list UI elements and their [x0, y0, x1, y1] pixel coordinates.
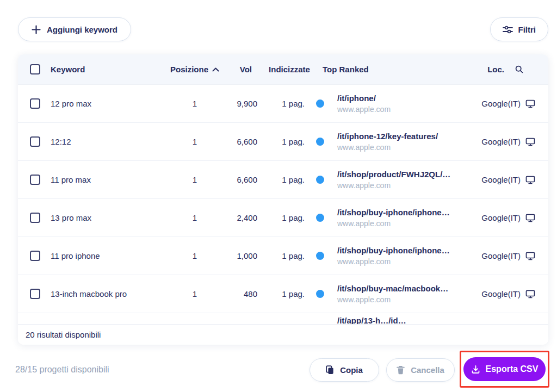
table-row: 13 pro max 1 2,400 1 pag. /it/shop/buy-i… [18, 198, 548, 237]
select-all-checkbox[interactable] [30, 64, 40, 74]
filters-label: Filtri [518, 25, 536, 34]
monitor-icon [525, 214, 535, 222]
projects-note: 28/15 progetti disponibili [15, 365, 109, 375]
loc-cell: Google(IT) [481, 137, 521, 146]
status-dot [316, 99, 324, 108]
row-checkbox[interactable] [30, 213, 40, 223]
header-position[interactable]: Posizione [170, 65, 219, 74]
keyword-cell: 13-inch macbook pro [51, 289, 170, 298]
status-dot [316, 290, 324, 298]
top-ranked-url[interactable]: /it/shop/buy-mac/macbook… [337, 284, 476, 294]
row-checkbox[interactable] [30, 98, 40, 109]
download-icon [471, 365, 480, 374]
monitor-icon [525, 252, 535, 260]
position-cell: 1 [170, 289, 219, 298]
table-row: 13-inch macbook pro 1 480 1 pag. /it/sho… [18, 275, 548, 313]
top-ranked-domain: www.apple.com [337, 295, 476, 304]
loc-cell: Google(IT) [481, 99, 521, 108]
delete-button[interactable]: Cancella [386, 358, 455, 382]
indexed-cell: 1 pag. [257, 137, 309, 146]
indexed-cell: 1 pag. [257, 289, 309, 298]
highlight-annotation-box: Esporta CSV [460, 351, 549, 388]
keyword-cell: 12 pro max [51, 99, 170, 108]
delete-label: Cancella [411, 365, 444, 375]
add-keyword-label: Aggiungi keyword [47, 25, 117, 34]
plus-icon [32, 25, 41, 34]
table-row: 11 pro max 1 6,600 1 pag. /it/shop/produ… [18, 160, 548, 198]
keyword-cell: 11 pro max [51, 175, 170, 184]
monitor-icon [525, 290, 535, 298]
row-checkbox[interactable] [30, 175, 40, 185]
top-ranked-url[interactable]: /it/shop/buy-iphone/iphone… [337, 208, 476, 217]
status-dot [316, 138, 324, 146]
table-row-partial: /it/app/13-h…/id… [18, 313, 548, 324]
vol-cell: 9,900 [219, 99, 257, 108]
row-checkbox[interactable] [30, 251, 40, 261]
top-ranked-url[interactable]: /it/shop/buy-iphone/iphone… [337, 246, 476, 256]
top-ranked-domain: www.apple.com [337, 257, 476, 266]
loc-cell: Google(IT) [481, 251, 521, 260]
header-loc: Loc. [487, 65, 504, 74]
monitor-icon [525, 99, 535, 108]
status-dot [316, 214, 324, 222]
indexed-cell: 1 pag. [257, 213, 309, 222]
search-icon[interactable] [515, 65, 523, 73]
position-cell: 1 [170, 213, 219, 222]
keyword-cell: 11 pro iphone [51, 251, 170, 260]
export-csv-button[interactable]: Esporta CSV [463, 357, 546, 381]
top-ranked-url: /it/app/13-h…/id… [337, 316, 476, 324]
vol-cell: 2,400 [219, 213, 257, 222]
vol-cell: 480 [219, 289, 257, 298]
results-note: 20 risultati disponibili [26, 330, 101, 339]
table-row: 12:12 1 6,600 1 pag. /it/iphone-12/key-f… [18, 122, 548, 160]
vol-cell: 6,600 [219, 175, 257, 184]
row-checkbox[interactable] [30, 289, 40, 299]
loc-cell: Google(IT) [481, 213, 521, 222]
indexed-cell: 1 pag. [257, 175, 309, 184]
header-top-ranked: Top Ranked [321, 65, 476, 74]
top-ranked-domain: www.apple.com [337, 181, 476, 190]
status-dot [316, 176, 324, 184]
top-ranked-domain: www.apple.com [337, 105, 476, 114]
keyword-cell: 13 pro max [51, 213, 170, 222]
sliders-icon [503, 26, 513, 34]
indexed-cell: 1 pag. [257, 99, 309, 108]
row-checkbox[interactable] [30, 136, 40, 147]
indexed-cell: 1 pag. [257, 251, 309, 260]
position-cell: 1 [170, 251, 219, 260]
top-ranked-url[interactable]: /it/iphone/ [337, 94, 476, 103]
results-footer: 20 risultati disponibili [18, 324, 548, 345]
header-keyword: Keyword [51, 65, 170, 74]
copy-icon [326, 365, 334, 375]
chevron-up-icon [212, 67, 219, 72]
keyword-cell: 12:12 [51, 137, 170, 146]
copy-button[interactable]: Copia [310, 358, 379, 382]
top-ranked-url[interactable]: /it/shop/product/FWHJ2QL/… [337, 170, 476, 179]
export-label: Esporta CSV [486, 364, 539, 374]
header-vol: Vol [219, 65, 257, 74]
copy-label: Copia [340, 365, 363, 375]
status-dot [316, 252, 324, 260]
vol-cell: 1,000 [219, 251, 257, 260]
table-row: 12 pro max 1 9,900 1 pag. /it/iphone/ ww… [18, 84, 548, 122]
vol-cell: 6,600 [219, 137, 257, 146]
keywords-table-card: Keyword Posizione Vol Indicizzate Top Ra… [18, 54, 548, 345]
top-ranked-url[interactable]: /it/iphone-12/key-features/ [337, 132, 476, 141]
monitor-icon [525, 176, 535, 184]
loc-cell: Google(IT) [481, 175, 521, 184]
filters-button[interactable]: Filtri [490, 17, 549, 41]
position-cell: 1 [170, 137, 219, 146]
table-row: 11 pro iphone 1 1,000 1 pag. /it/shop/bu… [18, 237, 548, 275]
position-cell: 1 [170, 175, 219, 184]
top-ranked-domain: www.apple.com [337, 219, 476, 228]
trash-icon [397, 365, 405, 375]
top-ranked-domain: www.apple.com [337, 143, 476, 152]
add-keyword-button[interactable]: Aggiungi keyword [18, 17, 131, 41]
header-indexed: Indicizzate [257, 65, 321, 74]
table-header-row: Keyword Posizione Vol Indicizzate Top Ra… [18, 54, 548, 84]
monitor-icon [525, 138, 535, 146]
position-cell: 1 [170, 99, 219, 108]
loc-cell: Google(IT) [481, 289, 521, 298]
